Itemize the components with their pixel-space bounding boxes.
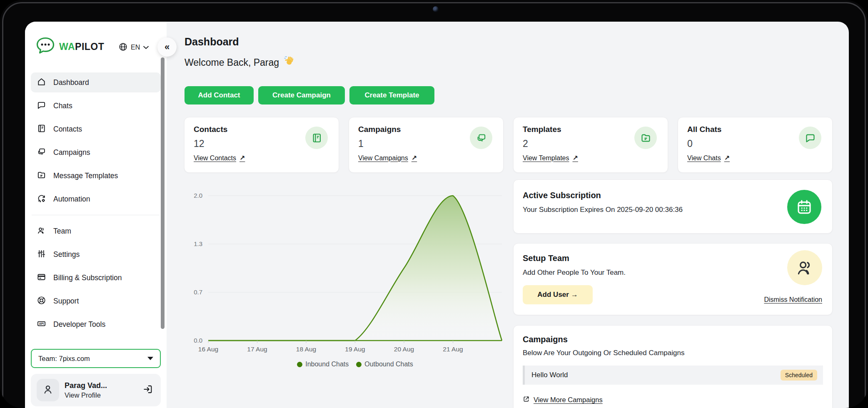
sidebar-scrollbar[interactable] <box>161 57 165 329</box>
sliders-icon <box>37 249 46 260</box>
sidebar-collapse-button[interactable]: « <box>157 37 177 57</box>
legend-label: Outbound Chats <box>364 361 413 368</box>
sidebar-item-support[interactable]: Support <box>31 291 161 311</box>
legend-label: Inbound Chats <box>305 361 349 368</box>
link-text: View Templates <box>523 154 569 162</box>
stat-title: Contacts <box>194 125 227 134</box>
campaigns-title: Campaigns <box>523 335 568 344</box>
credit-card-icon <box>37 272 46 284</box>
sidebar-item-chats[interactable]: Chats <box>31 96 161 116</box>
stat-value: 2 <box>523 138 528 149</box>
brand-name: WAPILOT <box>59 41 104 52</box>
create-template-button[interactable]: Create Template <box>349 86 434 104</box>
sidebar-item-label: Dashboard <box>53 78 89 87</box>
sidebar-item-contacts[interactable]: Contacts <box>31 119 161 139</box>
campaign-row[interactable]: Hello World Scheduled <box>523 366 823 385</box>
subscription-subtitle: Your Subscription Expires On 2025-09-20 … <box>523 206 683 214</box>
brand-logo: WAPILOT <box>35 35 104 58</box>
stat-value: 0 <box>687 138 693 149</box>
add-user-button[interactable]: Add User → <box>523 285 593 304</box>
profile-view-link[interactable]: View Profile <box>65 391 142 399</box>
sidebar-item-settings[interactable]: Settings <box>31 244 161 264</box>
y-axis-label: 0.7 <box>182 289 202 296</box>
add-contact-button[interactable]: Add Contact <box>185 86 254 104</box>
sidebar-item-label: Team <box>53 227 71 236</box>
x-axis-label: 18 Aug <box>286 346 326 353</box>
view-more-campaigns-link[interactable]: View More Campaigns <box>523 396 603 404</box>
y-axis-label: 2.0 <box>182 192 202 199</box>
brand-name-primary: WA <box>59 41 75 52</box>
sidebar: WAPILOT EN « <box>25 22 167 408</box>
welcome-text: Welcome Back, Parag <box>185 57 279 68</box>
sidebar-item-label: Message Templates <box>53 172 118 180</box>
legend-item-inbound-chats[interactable]: Inbound Chats <box>297 361 349 368</box>
sidebar-item-team[interactable]: Team <box>31 221 161 241</box>
link-text: View Chats <box>687 154 721 162</box>
brand-name-secondary: PILOT <box>75 41 104 52</box>
people-pair-icon <box>787 250 822 285</box>
view-campaigns-link[interactable]: View Campaigns↗ <box>358 154 417 162</box>
chat-bubble-icon <box>37 100 46 112</box>
sidebar-item-dashboard[interactable]: Dashboard <box>31 72 161 92</box>
stat-card-templates: Templates 2 View Templates↗ <box>513 117 668 173</box>
area-fill-inbound-chats <box>208 196 502 341</box>
stat-card-contacts: Contacts 12 View Contacts↗ <box>184 117 339 173</box>
arrow-ne-icon: ↗ <box>724 154 730 162</box>
globe-icon <box>118 42 128 53</box>
y-axis-label: 1.3 <box>182 240 202 247</box>
sidebar-item-label: Campaigns <box>53 148 90 157</box>
contact-book-icon <box>305 127 328 149</box>
sidebar-nav: Dashboard Chats Contacts <box>31 72 161 338</box>
view-chats-link[interactable]: View Chats↗ <box>687 154 730 162</box>
link-text: View Contacts <box>194 154 236 162</box>
x-axis-label: 21 Aug <box>433 346 473 353</box>
chart-plot <box>208 196 502 343</box>
welcome-message: Welcome Back, Parag <box>185 55 295 70</box>
chart-legend: Inbound ChatsOutbound Chats <box>208 361 502 368</box>
template-folder-icon <box>634 127 657 149</box>
svg-text:API: API <box>39 322 44 325</box>
stat-card-campaigns: Campaigns 1 View Campaigns↗ <box>349 117 504 173</box>
legend-item-outbound-chats[interactable]: Outbound Chats <box>356 361 413 368</box>
sidebar-item-billing[interactable]: Billing & Subscription <box>31 268 161 288</box>
x-axis-label: 20 Aug <box>384 346 424 353</box>
legend-dot <box>297 362 302 367</box>
team-select[interactable]: Team: 7pixs.com <box>31 349 161 368</box>
view-templates-link[interactable]: View Templates↗ <box>523 154 578 162</box>
stat-title: Templates <box>523 125 561 134</box>
page-title: Dashboard <box>185 36 239 48</box>
view-contacts-link[interactable]: View Contacts↗ <box>194 154 245 162</box>
language-code: EN <box>131 44 140 51</box>
sidebar-item-label: Automation <box>53 195 90 204</box>
sidebar-item-message-templates[interactable]: Message Templates <box>31 166 161 186</box>
dismiss-notification-link[interactable]: Dismiss Notification <box>764 296 822 304</box>
template-folder-icon <box>37 170 46 182</box>
add-user-label: Add User <box>537 291 569 299</box>
external-link-icon <box>523 396 530 404</box>
sidebar-item-label: Chats <box>53 102 72 110</box>
setup-team-title: Setup Team <box>523 254 569 263</box>
stat-value: 12 <box>194 138 205 149</box>
sidebar-item-campaigns[interactable]: Campaigns <box>31 142 161 162</box>
link-text: View More Campaigns <box>534 396 603 404</box>
profile-card[interactable]: Parag Vad... View Profile <box>31 374 161 406</box>
sidebar-item-developer-tools[interactable]: API Developer Tools <box>31 314 161 334</box>
logout-icon[interactable] <box>142 384 153 396</box>
caret-down-icon <box>147 357 153 360</box>
profile-texts: Parag Vad... View Profile <box>65 381 142 399</box>
arrow-ne-icon: ↗ <box>239 154 245 162</box>
app-window: WAPILOT EN « <box>25 22 849 408</box>
stat-title: Campaigns <box>358 125 401 134</box>
double-chat-icon <box>470 127 492 149</box>
collapse-icon: « <box>165 42 170 52</box>
setup-team-panel: Setup Team Add Other People To Your Team… <box>513 243 833 315</box>
sidebar-item-label: Billing & Subscription <box>53 274 122 282</box>
lifebuoy-icon <box>37 296 46 307</box>
sidebar-item-automation[interactable]: Automation <box>31 189 161 209</box>
stat-title: All Chats <box>687 125 721 134</box>
language-selector[interactable]: EN <box>118 41 149 54</box>
team-icon <box>37 226 46 237</box>
create-campaign-button[interactable]: Create Campaign <box>258 86 345 104</box>
stat-card-all-chats: All Chats 0 View Chats↗ <box>678 117 833 173</box>
x-axis-label: 17 Aug <box>237 346 277 353</box>
